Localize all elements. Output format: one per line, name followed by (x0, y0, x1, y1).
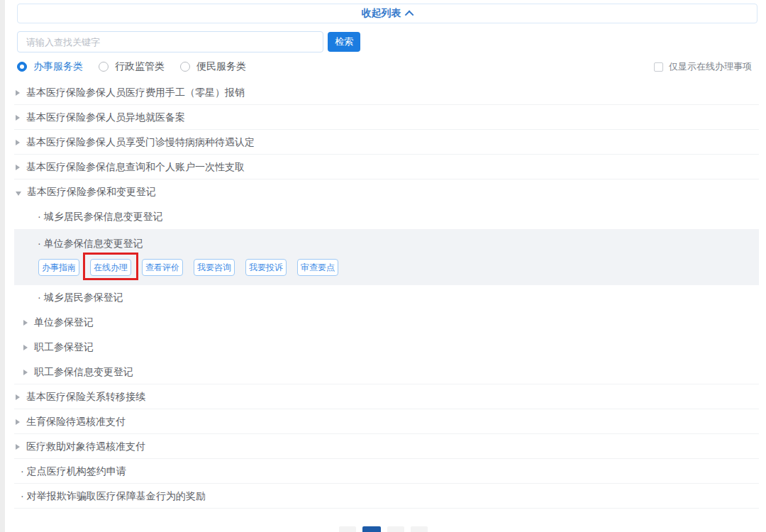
caret-right-icon (16, 90, 20, 96)
tree-row[interactable]: 生育保险待遇核准支付 (14, 409, 759, 434)
radio-label: 行政监管类 (115, 60, 165, 73)
radio-label: 便民服务类 (196, 60, 246, 73)
action-button-1[interactable]: 在线办理 (90, 259, 131, 276)
filter-row: 办事服务类行政监管类便民服务类 仅显示在线办理事项 (17, 58, 752, 75)
pager-item-active[interactable] (362, 526, 381, 532)
caret-right-icon (16, 140, 20, 145)
tree-row[interactable]: ·城乡居民参保登记 (14, 285, 759, 310)
caret-right-icon (23, 320, 28, 326)
caret-right-icon (16, 419, 20, 425)
caret-right-icon (16, 115, 20, 121)
tree-row[interactable]: 职工参保信息变更登记 (14, 360, 759, 384)
tree-row[interactable]: ·对举报欺诈骗取医疗保障基金行为的奖励 (14, 484, 759, 509)
caret-right-icon (16, 165, 20, 170)
tree-row-label: 职工参保登记 (34, 341, 94, 353)
tree-row-label: 单位参保登记 (34, 316, 94, 328)
tree-row[interactable]: 基本医疗保险参保和变更登记 (14, 179, 759, 204)
collapse-list-label: 收起列表 (362, 7, 401, 20)
bullet-icon: · (21, 459, 24, 484)
tree-row-label: 基本医疗保险参保人员医疗费用手工（零星）报销 (26, 87, 245, 98)
caret-right-icon (16, 394, 20, 400)
tree-row[interactable]: 基本医疗保险参保人员异地就医备案 (14, 105, 759, 130)
tree-row[interactable]: 医疗救助对象待遇核准支付 (14, 434, 759, 459)
page-left-edge (0, 0, 5, 532)
tree-row[interactable]: 单位参保登记 (14, 310, 759, 335)
tree-row-label: 基本医疗保险关系转移接续 (26, 391, 145, 402)
radio-label: 办事服务类 (33, 60, 83, 73)
category-radio-2[interactable]: 便民服务类 (180, 60, 246, 73)
radio-icon (180, 62, 190, 72)
tree-row-label: 职工参保信息变更登记 (34, 366, 133, 377)
chevron-up-icon (404, 10, 413, 19)
category-radio-0[interactable]: 办事服务类 (17, 60, 83, 73)
tree-row[interactable]: 基本医疗保险参保人员医疗费用手工（零星）报销 (14, 80, 759, 105)
category-radio-group: 办事服务类行政监管类便民服务类 (17, 60, 262, 73)
tree-row-label: 基本医疗保险参保和变更登记 (27, 186, 156, 197)
tree-row-label: 生育保险待遇核准支付 (26, 416, 126, 427)
tree-row[interactable]: 基本医疗保险关系转移接续 (14, 384, 759, 409)
tree-row[interactable]: 基本医疗保险参保人员享受门诊慢特病病种待遇认定 (14, 130, 759, 155)
tree-row-label: 城乡居民参保登记 (44, 292, 123, 303)
tree-row-label: 基本医疗保险参保信息查询和个人账户一次性支取 (26, 161, 245, 172)
search-input[interactable] (17, 31, 323, 52)
tree-row[interactable]: ·定点医疗机构签约申请 (14, 459, 759, 484)
selected-service-block: ·单位参保信息变更登记办事指南在线办理查看评价我要咨询我要投诉审查要点 (14, 229, 759, 285)
tree-row-label: 对举报欺诈骗取医疗保障基金行为的奖励 (27, 490, 206, 501)
tree-row[interactable]: 职工参保登记 (14, 335, 759, 360)
action-button-3[interactable]: 我要咨询 (194, 259, 235, 276)
radio-icon (99, 62, 109, 72)
pager-item[interactable] (339, 526, 356, 532)
bullet-icon: · (21, 484, 24, 509)
tree-row-label: 基本医疗保险参保人员异地就医备案 (26, 111, 185, 123)
action-button-2[interactable]: 查看评价 (142, 259, 183, 276)
tree-row-label: 定点医疗机构签约申请 (27, 465, 126, 477)
action-button-4[interactable]: 我要投诉 (245, 259, 287, 276)
bullet-icon: · (38, 231, 41, 255)
action-wrap: 查看评价 (142, 259, 183, 276)
service-list: 基本医疗保险参保人员医疗费用手工（零星）报销基本医疗保险参保人员异地就医备案基本… (14, 80, 759, 509)
radio-icon (17, 62, 27, 72)
tree-row-label: 城乡居民参保信息变更登记 (44, 211, 163, 222)
bullet-icon: · (38, 204, 41, 229)
online-only-checkbox[interactable]: 仅显示在线办理事项 (654, 60, 752, 73)
category-radio-1[interactable]: 行政监管类 (99, 60, 165, 73)
caret-right-icon (23, 345, 28, 350)
collapse-list-bar[interactable]: 收起列表 (17, 4, 757, 23)
caret-right-icon (16, 444, 20, 450)
search-button[interactable]: 检索 (328, 32, 360, 52)
checkbox-icon (654, 62, 663, 72)
action-button-5[interactable]: 审查要点 (297, 259, 338, 276)
action-button-0[interactable]: 办事指南 (38, 259, 79, 276)
pager-item[interactable] (387, 526, 404, 532)
tree-row-label: 医疗救助对象待遇核准支付 (26, 440, 145, 452)
pager-item[interactable] (411, 526, 428, 532)
pagination (0, 526, 766, 532)
caret-right-icon (23, 370, 28, 375)
action-wrap: 我要咨询 (194, 259, 235, 276)
tree-row[interactable]: ·城乡居民参保信息变更登记 (14, 204, 759, 229)
action-wrap: 我要投诉 (245, 259, 287, 276)
online-only-label: 仅显示在线办理事项 (669, 60, 752, 73)
service-catalog-page: 收起列表 检索 办事服务类行政监管类便民服务类 仅显示在线办理事项 基本医疗保险… (0, 0, 766, 532)
tree-row[interactable]: 基本医疗保险参保信息查询和个人账户一次性支取 (14, 155, 759, 179)
service-actions: 办事指南在线办理查看评价我要咨询我要投诉审查要点 (38, 259, 759, 276)
action-wrap: 办事指南 (38, 259, 79, 276)
tree-row-label: 单位参保信息变更登记 (44, 238, 143, 249)
caret-down-icon (16, 192, 21, 196)
bullet-icon: · (38, 285, 41, 310)
action-wrap: 审查要点 (297, 259, 338, 276)
tree-row[interactable]: ·单位参保信息变更登记 (14, 231, 759, 255)
action-wrap: 在线办理 (90, 259, 131, 276)
tree-row-label: 基本医疗保险参保人员享受门诊慢特病病种待遇认定 (26, 136, 255, 148)
